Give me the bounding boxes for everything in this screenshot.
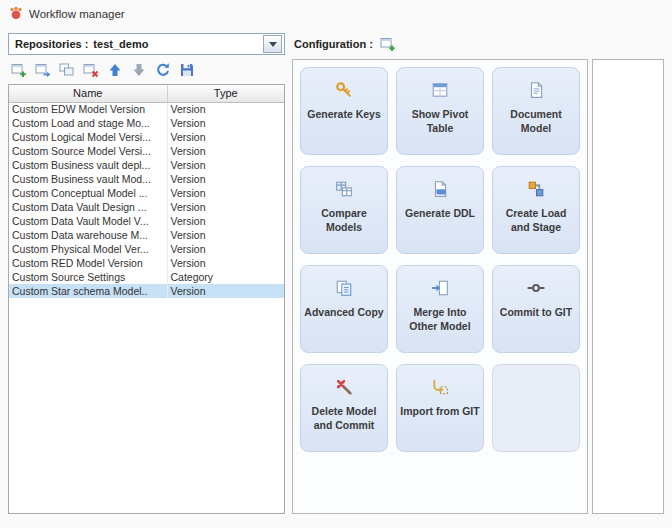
- table-cell[interactable]: Custom RED Model Version: [9, 256, 167, 270]
- table-cell[interactable]: Version: [167, 200, 284, 214]
- import-git-icon: [431, 378, 449, 396]
- add-config-icon[interactable]: [380, 36, 396, 52]
- merge-icon: [431, 279, 449, 297]
- duplicate-icon: [59, 62, 75, 78]
- configuration-detail-pane: [592, 59, 664, 514]
- repository-table-body: Custom EDW Model VersionVersionCustom Lo…: [9, 102, 284, 298]
- table-cell[interactable]: Custom Data warehouse M...: [9, 228, 167, 242]
- tile-empty: [492, 364, 580, 452]
- table-cell[interactable]: Custom Physical Model Ver...: [9, 242, 167, 256]
- table-cell[interactable]: Version: [167, 242, 284, 256]
- load-stage-icon: [527, 180, 545, 198]
- table-cell[interactable]: Custom Load and stage Mo...: [9, 116, 167, 130]
- tile-label: Merge Into Other Model: [397, 306, 483, 333]
- table-row[interactable]: Custom Data Vault Design ...Version: [9, 200, 284, 214]
- table-cell[interactable]: Version: [167, 144, 284, 158]
- tile-import-from-git[interactable]: Import from GIT: [396, 364, 484, 452]
- refresh-button[interactable]: [153, 60, 173, 80]
- table-cell[interactable]: Version: [167, 116, 284, 130]
- arrow-down-icon: [131, 62, 147, 78]
- repository-value[interactable]: test_demo: [93, 38, 263, 50]
- table-row[interactable]: Custom Physical Model Ver...Version: [9, 242, 284, 256]
- table-cell[interactable]: Category: [167, 270, 284, 284]
- table-row[interactable]: Custom Source Model Versi...Version: [9, 144, 284, 158]
- table-row[interactable]: Custom Business vault depl...Version: [9, 158, 284, 172]
- titlebar: Workflow manager: [0, 0, 672, 28]
- tile-label: Import from GIT: [397, 405, 482, 419]
- tile-delete-model-and-commit[interactable]: Delete Model and Commit: [300, 364, 388, 452]
- tile-generate-keys[interactable]: Generate Keys: [300, 67, 388, 155]
- add-table-icon: [11, 62, 27, 78]
- tile-merge-into-other-model[interactable]: Merge Into Other Model: [396, 265, 484, 353]
- table-cell[interactable]: Custom Source Settings: [9, 270, 167, 284]
- tile-label: Delete Model and Commit: [301, 405, 387, 432]
- table-cell[interactable]: Version: [167, 284, 284, 298]
- table-row[interactable]: Custom Load and stage Mo...Version: [9, 116, 284, 130]
- tile-label: Advanced Copy: [301, 306, 386, 320]
- table-cell[interactable]: Version: [167, 214, 284, 228]
- table-cell[interactable]: Version: [167, 228, 284, 242]
- table-cell[interactable]: Version: [167, 172, 284, 186]
- tile-document-model[interactable]: Document Model: [492, 67, 580, 155]
- column-header-type[interactable]: Type: [167, 85, 284, 102]
- duplicate-repository-button[interactable]: [57, 60, 77, 80]
- table-cell[interactable]: Custom Conceptual Model ...: [9, 186, 167, 200]
- chevron-down-icon[interactable]: [263, 35, 282, 53]
- move-up-button[interactable]: [105, 60, 125, 80]
- table-cell[interactable]: Custom Logical Model Versi...: [9, 130, 167, 144]
- configuration-header: Configuration :: [292, 33, 664, 55]
- table-cell[interactable]: Custom Source Model Versi...: [9, 144, 167, 158]
- table-cell[interactable]: Custom Business vault Mod...: [9, 172, 167, 186]
- configuration-tiles: Generate KeysShow Pivot TableDocument Mo…: [300, 67, 580, 452]
- tile-commit-to-git[interactable]: Commit to GIT: [492, 265, 580, 353]
- table-row[interactable]: Custom Data warehouse M...Version: [9, 228, 284, 242]
- tile-label: Create Load and Stage: [493, 207, 579, 234]
- save-button[interactable]: [177, 60, 197, 80]
- table-cell[interactable]: Custom EDW Model Version: [9, 102, 167, 116]
- copy-table-icon: [35, 62, 51, 78]
- table-cell[interactable]: Version: [167, 256, 284, 270]
- tile-show-pivot-table[interactable]: Show Pivot Table: [396, 67, 484, 155]
- table-cell[interactable]: Custom Data Vault Model V...: [9, 214, 167, 228]
- window-title: Workflow manager: [29, 8, 125, 20]
- table-cell[interactable]: Custom Star schema Model..: [9, 284, 167, 298]
- copy-repository-button[interactable]: [33, 60, 53, 80]
- tile-compare-models[interactable]: Compare Models: [300, 166, 388, 254]
- table-cell[interactable]: Custom Business vault depl...: [9, 158, 167, 172]
- table-cell[interactable]: Version: [167, 130, 284, 144]
- add-repository-button[interactable]: [9, 60, 29, 80]
- tile-label: Show Pivot Table: [397, 108, 483, 135]
- tile-label: Commit to GIT: [497, 306, 575, 320]
- main-content: Repositories : test_demo NameType Custom…: [0, 28, 672, 528]
- table-row[interactable]: Custom Logical Model Versi...Version: [9, 130, 284, 144]
- table-cell[interactable]: Version: [167, 186, 284, 200]
- tile-create-load-and-stage[interactable]: Create Load and Stage: [492, 166, 580, 254]
- refresh-icon: [155, 62, 171, 78]
- table-cell[interactable]: Version: [167, 158, 284, 172]
- table-row[interactable]: Custom Data Vault Model V...Version: [9, 214, 284, 228]
- tile-label: Compare Models: [301, 207, 387, 234]
- tile-generate-ddl[interactable]: Generate DDL: [396, 166, 484, 254]
- table-row[interactable]: Custom Conceptual Model ...Version: [9, 186, 284, 200]
- column-header-name[interactable]: Name: [9, 85, 167, 102]
- table-row[interactable]: Custom Source SettingsCategory: [9, 270, 284, 284]
- move-down-button[interactable]: [129, 60, 149, 80]
- pivot-table-icon: [431, 81, 449, 99]
- tile-label: Generate DDL: [402, 207, 478, 221]
- commit-git-icon: [527, 279, 545, 297]
- table-row[interactable]: Custom EDW Model VersionVersion: [9, 102, 284, 116]
- configuration-tiles-box: Generate KeysShow Pivot TableDocument Mo…: [292, 59, 588, 514]
- compare-models-icon: [335, 180, 353, 198]
- repository-combobox[interactable]: Repositories : test_demo: [8, 33, 285, 55]
- table-header-row: NameType: [9, 85, 284, 102]
- tile-advanced-copy[interactable]: Advanced Copy: [300, 265, 388, 353]
- remove-repository-button[interactable]: [81, 60, 101, 80]
- tile-label: Document Model: [493, 108, 579, 135]
- table-row[interactable]: Custom RED Model VersionVersion: [9, 256, 284, 270]
- table-cell[interactable]: Custom Data Vault Design ...: [9, 200, 167, 214]
- table-row[interactable]: Custom Business vault Mod...Version: [9, 172, 284, 186]
- arrow-up-icon: [107, 62, 123, 78]
- table-cell[interactable]: Version: [167, 102, 284, 116]
- table-row[interactable]: Custom Star schema Model..Version: [9, 284, 284, 298]
- repository-table: NameType Custom EDW Model VersionVersion…: [8, 84, 285, 514]
